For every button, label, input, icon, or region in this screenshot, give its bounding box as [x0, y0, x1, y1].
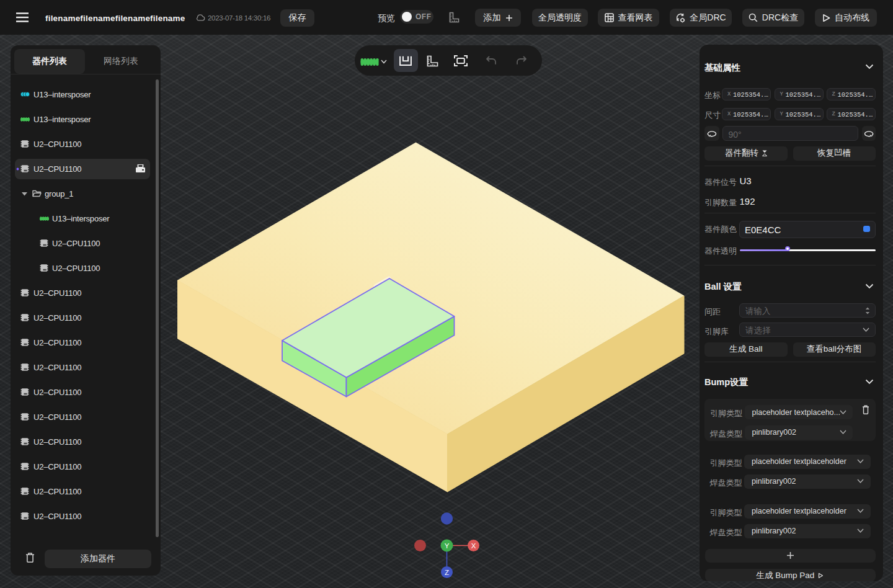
svg-text:Z: Z [445, 569, 449, 576]
svg-text:Y: Y [445, 542, 450, 550]
svg-text:X: X [471, 542, 476, 550]
